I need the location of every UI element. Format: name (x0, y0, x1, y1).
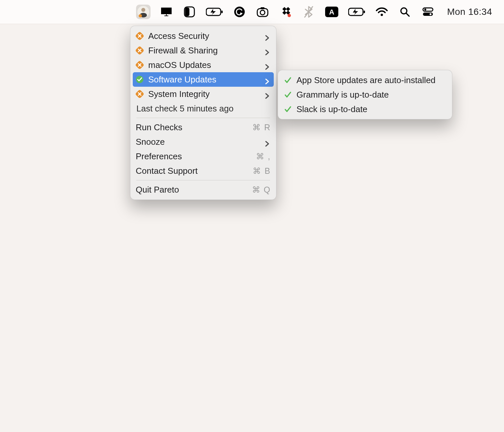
menu-item-label: Snooze (136, 137, 265, 147)
svg-rect-16 (282, 11, 287, 15)
menu-item-system-integrity[interactable]: System Integrity (130, 87, 276, 101)
menu-item-label: Access Security (148, 31, 265, 41)
submenu-item-label: Grammarly is up-to-date (296, 90, 389, 100)
svg-point-3 (139, 14, 142, 17)
svg-point-28 (424, 9, 426, 11)
search-icon[interactable] (398, 5, 412, 19)
menu-item-macos-updates[interactable]: macOS Updates (130, 58, 276, 72)
last-check-label: Last check 5 minutes ago (136, 104, 234, 114)
svg-point-24 (381, 14, 383, 16)
svg-text:A: A (329, 8, 334, 16)
svg-point-30 (430, 13, 432, 15)
svg-point-9 (234, 7, 245, 17)
menu-divider (136, 180, 270, 180)
warn-badge-icon (136, 90, 144, 98)
menu-item-label: Firewall & Sharing (148, 46, 265, 56)
last-check-text: Last check 5 minutes ago (130, 101, 276, 116)
chevron-right-icon (265, 139, 271, 145)
software-updates-submenu: App Store updates are auto-installed Gra… (278, 70, 452, 119)
menu-item-quit[interactable]: Quit Pareto ⌘ Q (130, 182, 276, 197)
svg-rect-8 (221, 11, 223, 13)
chevron-right-icon (265, 77, 271, 82)
menu-item-label: Quit Pareto (136, 185, 252, 195)
submenu-item-slack[interactable]: Slack is up-to-date (278, 102, 452, 116)
shortcut-text: ⌘ Q (252, 185, 271, 195)
menubar-clock[interactable]: Mon 16:34 (447, 7, 492, 17)
menu-item-preferences[interactable]: Preferences ⌘ , (130, 149, 276, 164)
chevron-right-icon (265, 62, 271, 68)
ok-badge-icon (136, 76, 144, 83)
submenu-item-grammarly[interactable]: Grammarly is up-to-date (278, 87, 452, 102)
menu-item-contact-support[interactable]: Contact Support ⌘ B (130, 164, 276, 178)
svg-point-1 (141, 8, 145, 12)
menu-item-label: Preferences (136, 151, 256, 162)
svg-rect-12 (261, 7, 265, 9)
control-center-icon[interactable] (421, 5, 435, 19)
menubar: A Mon 16:34 (0, 0, 504, 24)
shortcut-text: ⌘ , (256, 152, 271, 161)
svg-rect-6 (185, 8, 189, 16)
submenu-item-app-store[interactable]: App Store updates are auto-installed (278, 73, 452, 87)
check-icon (284, 76, 292, 84)
check-icon (284, 91, 292, 99)
svg-rect-14 (282, 7, 287, 11)
menu-item-label: Software Updates (148, 75, 265, 85)
shortcut-text: ⌘ R (252, 123, 271, 132)
menu-item-label: macOS Updates (148, 60, 265, 70)
check-icon (284, 105, 292, 113)
menu-item-software-updates[interactable]: Software Updates (133, 72, 274, 87)
battery-charge-icon[interactable] (205, 5, 224, 19)
camera-icon[interactable] (255, 5, 270, 19)
display-icon[interactable] (159, 5, 174, 19)
warn-badge-icon (136, 46, 144, 54)
menu-item-run-checks[interactable]: Run Checks ⌘ R (130, 120, 276, 135)
warn-badge-icon (136, 61, 144, 69)
submenu-item-label: App Store updates are auto-installed (296, 75, 435, 85)
svg-rect-4 (166, 14, 167, 15)
menu-item-snooze[interactable]: Snooze (130, 135, 276, 149)
menu-item-firewall-sharing[interactable]: Firewall & Sharing (130, 43, 276, 58)
pareto-app-icon[interactable] (136, 5, 151, 19)
warn-badge-icon (136, 32, 144, 40)
pareto-menu: Access Security Firewall & Sharing macOS… (130, 26, 276, 200)
bluetooth-off-icon[interactable] (301, 5, 316, 19)
shortcut-text: ⌘ B (253, 166, 271, 176)
menu-divider (136, 118, 270, 118)
menu-item-access-security[interactable]: Access Security (130, 29, 276, 43)
svg-line-26 (406, 13, 409, 16)
menu-item-label: Contact Support (136, 166, 253, 176)
split-view-icon[interactable] (182, 5, 197, 19)
menu-item-label: Run Checks (136, 122, 252, 133)
sync-app-icon[interactable] (278, 5, 293, 19)
input-source-icon[interactable]: A (324, 5, 339, 19)
svg-rect-23 (364, 11, 365, 13)
grammarly-icon[interactable] (232, 5, 247, 19)
wifi-icon[interactable] (375, 5, 389, 19)
svg-point-13 (260, 10, 265, 15)
chevron-right-icon (265, 33, 271, 39)
chevron-right-icon (265, 91, 271, 97)
svg-point-18 (288, 14, 291, 17)
submenu-item-label: Slack is up-to-date (296, 104, 367, 114)
battery-status-icon[interactable] (348, 5, 366, 19)
menu-item-label: System Integrity (148, 89, 265, 99)
chevron-right-icon (265, 47, 271, 53)
svg-rect-15 (286, 7, 290, 11)
